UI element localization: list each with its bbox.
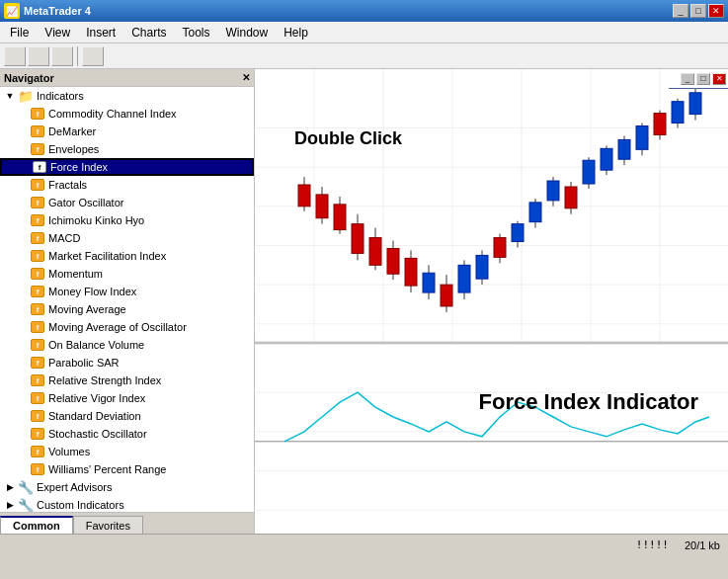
maximize-button[interactable]: □	[690, 4, 706, 18]
f-icon-mao: f	[30, 320, 45, 334]
navigator-tabs: Common Favorites	[0, 512, 254, 534]
indicator-momentum[interactable]: f Momentum	[0, 265, 254, 283]
f-icon-sar: f	[30, 356, 45, 370]
svg-rect-35	[476, 255, 488, 279]
indicator-stochastic[interactable]: f Stochastic Oscillator	[0, 425, 254, 443]
f-icon-macd: f	[30, 231, 45, 245]
indicator-label: Stochastic Oscillator	[48, 428, 147, 440]
f-icon-williams: f	[30, 462, 45, 476]
menu-insert[interactable]: Insert	[78, 24, 123, 41]
force-index-label: Force Index Indicator	[479, 389, 699, 415]
indicator-williams[interactable]: f Williams' Percent Range	[0, 460, 254, 478]
toolbar-btn-4[interactable]	[82, 46, 104, 66]
indicator-ichimoku[interactable]: f Ichimoku Kinko Hyo	[0, 211, 254, 229]
toolbar-btn-3[interactable]	[51, 46, 73, 66]
expand-ea-icon: ▶	[4, 481, 16, 493]
navigator-title: Navigator	[4, 72, 54, 84]
svg-rect-25	[387, 248, 399, 274]
indicator-label: Market Facilitation Index	[48, 250, 166, 262]
f-icon-demarker: f	[30, 124, 45, 138]
f-icon-obv: f	[30, 338, 45, 352]
navigator-panel: Navigator ✕ ▼ 📁 Indicators f Commodity C…	[0, 69, 255, 534]
menu-file[interactable]: File	[2, 24, 37, 41]
indicator-force-index[interactable]: f Force Index	[0, 158, 254, 176]
main-area: Navigator ✕ ▼ 📁 Indicators f Commodity C…	[0, 69, 728, 534]
ea-label: Expert Advisors	[37, 481, 112, 493]
indicators-group[interactable]: ▼ 📁 Indicators	[0, 87, 254, 105]
status-bar: !!!!! 20/1 kb	[0, 534, 728, 555]
indicator-label: DeMarker	[48, 125, 96, 137]
tab-common[interactable]: Common	[0, 516, 73, 534]
svg-rect-53	[636, 126, 648, 150]
indicator-stddev[interactable]: f Standard Deviation	[0, 407, 254, 425]
indicator-fractals[interactable]: f Fractals	[0, 176, 254, 194]
svg-rect-57	[672, 102, 684, 124]
indicator-label: Moving Average	[48, 303, 126, 315]
custom-indicators-group[interactable]: ▶ 🔧 Custom Indicators	[0, 496, 254, 512]
indicator-gator[interactable]: f Gator Oscillator	[0, 194, 254, 211]
svg-rect-27	[405, 258, 417, 286]
chart-minimize-btn[interactable]: _	[681, 73, 694, 85]
indicator-parabolic[interactable]: f Parabolic SAR	[0, 354, 254, 372]
f-icon-ma: f	[30, 302, 45, 316]
svg-rect-21	[352, 224, 364, 254]
menu-charts[interactable]: Charts	[123, 24, 174, 41]
app-icon: 📈	[4, 3, 20, 19]
f-icon-commodity: f	[30, 107, 45, 121]
menu-view[interactable]: View	[37, 24, 78, 41]
toolbar-separator	[77, 46, 78, 66]
svg-rect-31	[441, 285, 452, 306]
indicator-label: Standard Deviation	[48, 410, 141, 422]
indicator-on-balance[interactable]: f On Balance Volume	[0, 336, 254, 354]
indicator-macd[interactable]: f MACD	[0, 229, 254, 247]
toolbar-btn-2[interactable]	[28, 46, 49, 66]
menu-window[interactable]: Window	[218, 24, 277, 41]
title-controls: _ □ ✕	[673, 4, 724, 18]
f-icon-moneyflow: f	[30, 285, 45, 298]
navigator-content[interactable]: ▼ 📁 Indicators f Commodity Channel Index…	[0, 87, 254, 512]
indicator-label: Relative Strength Index	[48, 374, 161, 386]
menu-bar: File View Insert Charts Tools Window Hel…	[0, 22, 728, 43]
chart-restore-btn[interactable]: □	[696, 73, 710, 85]
svg-rect-23	[369, 238, 381, 266]
f-icon-momentum: f	[30, 267, 45, 281]
menu-help[interactable]: Help	[276, 24, 316, 41]
tab-favorites[interactable]: Favorites	[73, 516, 143, 534]
indicator-money-flow[interactable]: f Money Flow Index	[0, 283, 254, 300]
indicator-label: Moving Average of Oscillator	[48, 321, 187, 333]
status-segments: !!!!!	[636, 538, 669, 551]
svg-rect-60	[255, 342, 728, 345]
expert-advisors-group[interactable]: ▶ 🔧 Expert Advisors	[0, 478, 254, 496]
chart-close-btn[interactable]: ✕	[712, 73, 726, 85]
indicator-label: Gator Oscillator	[48, 197, 123, 208]
indicator-label: On Balance Volume	[48, 339, 144, 351]
indicator-label: Parabolic SAR	[48, 357, 120, 369]
svg-rect-17	[316, 195, 328, 218]
svg-rect-59	[689, 93, 701, 115]
svg-rect-19	[334, 205, 346, 230]
toolbar-btn-1[interactable]	[4, 46, 26, 66]
indicator-commodity[interactable]: f Commodity Channel Index	[0, 105, 254, 123]
svg-rect-39	[512, 224, 524, 242]
menu-tools[interactable]: Tools	[175, 24, 218, 41]
close-button[interactable]: ✕	[708, 4, 724, 18]
indicator-rvgi[interactable]: f Relative Vigor Index	[0, 389, 254, 407]
ci-folder-icon: 🔧	[18, 498, 34, 512]
indicator-volumes[interactable]: f Volumes	[0, 443, 254, 460]
indicator-moving-average[interactable]: f Moving Average	[0, 300, 254, 318]
chart-area: Double Click Force Index Indicator _ □ ✕	[255, 69, 728, 534]
svg-rect-15	[298, 185, 310, 207]
indicator-market-facilitation[interactable]: f Market Facilitation Index	[0, 247, 254, 265]
navigator-close-button[interactable]: ✕	[242, 72, 250, 83]
indicator-moving-average-osc[interactable]: f Moving Average of Oscillator	[0, 318, 254, 336]
indicator-envelopes[interactable]: f Envelopes	[0, 140, 254, 158]
indicator-rsi[interactable]: f Relative Strength Index	[0, 372, 254, 389]
f-icon-gator: f	[30, 196, 45, 209]
svg-rect-33	[458, 265, 470, 292]
title-bar: 📈 MetaTrader 4 _ □ ✕	[0, 0, 728, 22]
f-icon-rsi: f	[30, 373, 45, 387]
inner-window-controls: _ □ ✕	[669, 69, 728, 89]
indicator-demarker[interactable]: f DeMarker	[0, 123, 254, 140]
expand-ci-icon: ▶	[4, 499, 16, 511]
minimize-button[interactable]: _	[673, 4, 688, 18]
